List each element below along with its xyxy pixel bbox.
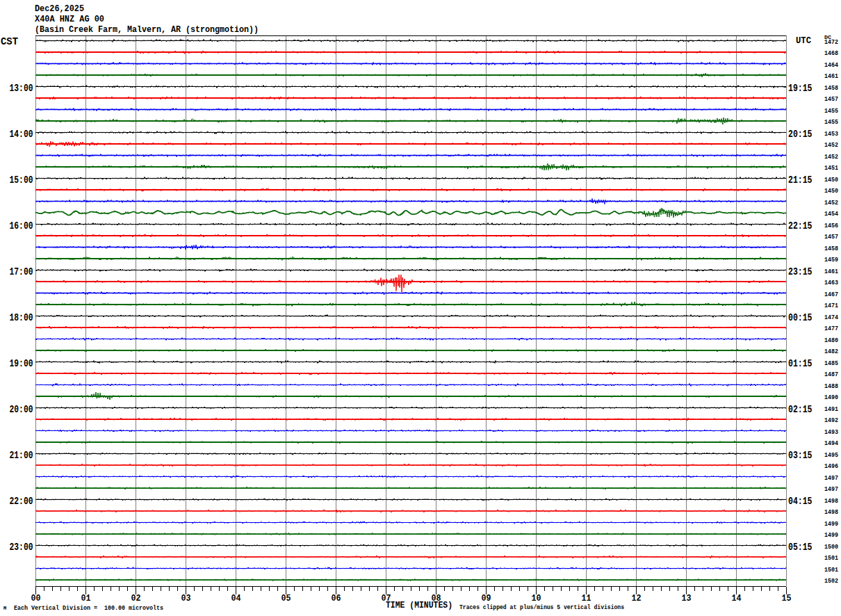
svg-text:02: 02 (131, 593, 141, 603)
svg-text:04:15: 04:15 (788, 496, 813, 507)
svg-text:1455: 1455 (824, 108, 838, 115)
svg-text:04: 04 (231, 593, 241, 603)
svg-text:1477: 1477 (824, 325, 838, 332)
svg-text:Traces clipped at plus/minus 5: Traces clipped at plus/minus 5 vertical … (459, 604, 624, 611)
svg-text:1456: 1456 (824, 222, 838, 229)
svg-text:05:15: 05:15 (788, 542, 813, 553)
svg-text:14: 14 (732, 593, 742, 603)
svg-text:UTC: UTC (796, 35, 811, 46)
svg-text:13:00: 13:00 (10, 83, 33, 94)
svg-text:22:15: 22:15 (788, 220, 813, 232)
svg-text:CST: CST (1, 36, 18, 47)
svg-text:00: 00 (31, 593, 41, 603)
svg-text:1491: 1491 (824, 406, 839, 413)
svg-text:02:15: 02:15 (788, 404, 813, 415)
svg-text:1452: 1452 (824, 154, 838, 161)
svg-text:1450: 1450 (824, 177, 838, 184)
svg-text:1457: 1457 (824, 234, 838, 241)
svg-text:1464: 1464 (824, 62, 839, 69)
svg-text:05: 05 (281, 593, 291, 603)
svg-text:1450: 1450 (824, 188, 838, 195)
svg-text:11: 11 (582, 593, 591, 603)
svg-text:03: 03 (181, 593, 191, 603)
svg-text:1461: 1461 (824, 73, 839, 80)
svg-text:1498: 1498 (824, 498, 838, 505)
svg-text:19:15: 19:15 (788, 83, 813, 94)
svg-text:1501: 1501 (824, 555, 839, 562)
svg-text:1467: 1467 (824, 291, 838, 298)
svg-text:1495: 1495 (824, 452, 838, 459)
svg-text:X40A HNZ AG 00: X40A HNZ AG 00 (35, 14, 104, 24)
svg-text:00:15: 00:15 (788, 312, 813, 323)
svg-text:1494: 1494 (824, 440, 839, 447)
svg-text:1496: 1496 (824, 463, 838, 470)
svg-text:23:15: 23:15 (788, 266, 813, 277)
svg-text:1490: 1490 (824, 394, 838, 401)
svg-text:1492: 1492 (824, 417, 838, 424)
svg-text:09: 09 (482, 593, 491, 603)
svg-text:15:00: 15:00 (10, 175, 33, 186)
svg-text:13: 13 (682, 593, 692, 603)
svg-text:1472: 1472 (824, 39, 838, 46)
svg-text:1468: 1468 (824, 50, 838, 57)
svg-text:1499: 1499 (824, 532, 838, 539)
svg-text:1459: 1459 (824, 257, 838, 264)
svg-text:1452: 1452 (824, 142, 838, 149)
svg-text:01:15: 01:15 (788, 358, 813, 369)
svg-text:1455: 1455 (824, 119, 838, 126)
svg-text:1457: 1457 (824, 96, 838, 103)
svg-text:1454: 1454 (824, 211, 839, 218)
svg-text:1463: 1463 (824, 279, 838, 286)
svg-text:1500: 1500 (824, 544, 838, 551)
svg-text:1471: 1471 (824, 302, 839, 309)
svg-text:15: 15 (782, 593, 792, 603)
svg-text:16:00: 16:00 (10, 220, 33, 232)
svg-text:21:15: 21:15 (788, 175, 813, 186)
svg-text:1485: 1485 (824, 360, 838, 367)
svg-text:Dec26,2025: Dec26,2025 (35, 3, 84, 14)
svg-text:20:00: 20:00 (10, 404, 33, 415)
svg-text:1499: 1499 (824, 521, 838, 528)
svg-text:Each Vertical Division = 100.: Each Vertical Division = 100.00 microvol… (14, 605, 163, 612)
svg-text:19:00: 19:00 (10, 358, 33, 369)
svg-text:TIME (MINUTES): TIME (MINUTES) (386, 600, 452, 610)
svg-text:1497: 1497 (824, 486, 838, 493)
svg-text:1458: 1458 (824, 85, 838, 92)
svg-text:1453: 1453 (824, 131, 838, 138)
svg-text:10: 10 (532, 593, 541, 603)
svg-text:06: 06 (332, 593, 341, 603)
svg-text:1488: 1488 (824, 383, 838, 390)
svg-text:1451: 1451 (824, 165, 839, 172)
svg-text:1487: 1487 (824, 371, 838, 378)
svg-text:1482: 1482 (824, 348, 838, 355)
svg-text:(Basin Creek Farm, Malvern, AR: (Basin Creek Farm, Malvern, AR (strongmo… (35, 24, 259, 35)
svg-text:1458: 1458 (824, 245, 838, 252)
svg-text:22:00: 22:00 (10, 496, 33, 507)
svg-text:03:15: 03:15 (788, 450, 813, 461)
svg-text:01: 01 (81, 593, 91, 603)
svg-text:14:00: 14:00 (10, 129, 33, 140)
svg-text:1502: 1502 (824, 578, 838, 585)
svg-text:12: 12 (632, 593, 642, 603)
svg-text:23:00: 23:00 (10, 542, 33, 553)
svg-text:1498: 1498 (824, 509, 838, 516)
svg-text:1461: 1461 (824, 268, 839, 275)
svg-text:1452: 1452 (824, 200, 838, 206)
svg-text:1474: 1474 (824, 314, 839, 321)
svg-text:17:00: 17:00 (10, 266, 33, 277)
svg-text:21:00: 21:00 (10, 450, 33, 461)
svg-text:1497: 1497 (824, 475, 838, 482)
svg-text:1493: 1493 (824, 429, 838, 436)
svg-text:20:15: 20:15 (788, 129, 813, 140)
svg-text:18:00: 18:00 (10, 312, 33, 323)
svg-text:1501: 1501 (824, 567, 839, 574)
svg-text:1480: 1480 (824, 337, 838, 344)
svg-text:M: M (3, 606, 6, 611)
